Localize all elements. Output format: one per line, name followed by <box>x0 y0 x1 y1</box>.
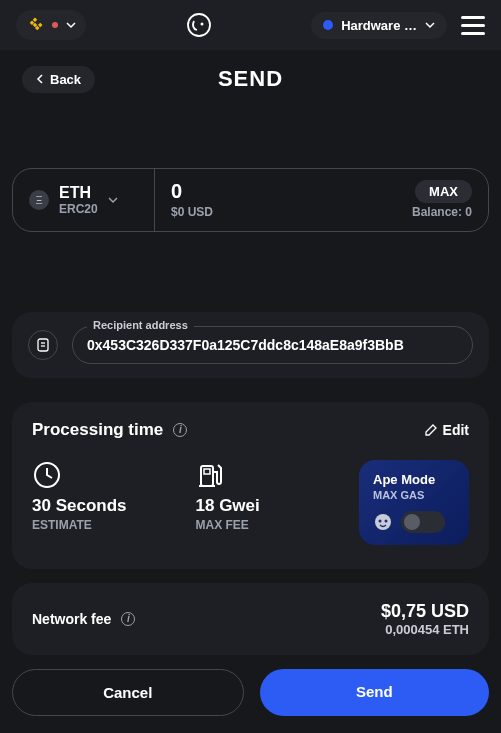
network-selector[interactable] <box>16 10 86 40</box>
app-logo-icon <box>185 11 213 39</box>
processing-card: Processing time i Edit 30 Seconds ESTIMA… <box>12 402 489 569</box>
ape-sub: MAX GAS <box>373 489 455 501</box>
document-icon <box>36 338 50 352</box>
svg-point-10 <box>379 519 382 522</box>
ape-mode-toggle[interactable] <box>401 511 445 533</box>
recipient-field[interactable]: Recipient address 0x453C326D337F0a125C7d… <box>72 326 473 364</box>
svg-point-0 <box>188 14 210 36</box>
gas-pump-icon <box>196 460 226 490</box>
recipient-value: 0x453C326D337F0a125C7ddc8c148aE8a9f3BbB <box>87 337 458 353</box>
edit-button[interactable]: Edit <box>425 422 469 438</box>
time-sub: ESTIMATE <box>32 518 176 532</box>
wallet-label: Hardware … <box>341 18 417 33</box>
amount-input[interactable]: 0 <box>171 180 182 203</box>
svg-point-9 <box>375 514 391 530</box>
info-icon[interactable]: i <box>121 612 135 626</box>
status-dot-icon <box>52 22 58 28</box>
asset-chain: ERC20 <box>59 202 98 216</box>
chevron-down-icon <box>108 195 118 205</box>
network-fee-card: Network fee i $0,75 USD 0,000454 ETH <box>12 583 489 655</box>
max-button[interactable]: MAX <box>415 180 472 203</box>
edit-label: Edit <box>443 422 469 438</box>
svg-rect-2 <box>38 339 48 351</box>
fee-label: Network fee <box>32 611 111 627</box>
gas-value: 18 Gwei <box>196 496 340 516</box>
address-book-button[interactable] <box>28 330 58 360</box>
gas-fee: 18 Gwei MAX FEE <box>196 460 340 532</box>
ape-icon <box>373 512 393 532</box>
recipient-card: Recipient address 0x453C326D337F0a125C7d… <box>12 312 489 378</box>
svg-rect-7 <box>204 469 210 474</box>
ape-title: Ape Mode <box>373 472 455 487</box>
fee-usd: $0,75 USD <box>381 601 469 622</box>
amount-fiat: $0 USD <box>171 205 213 219</box>
chevron-down-icon <box>425 20 435 30</box>
info-icon[interactable]: i <box>173 423 187 437</box>
bnb-icon <box>26 16 44 34</box>
svg-point-11 <box>385 519 388 522</box>
svg-point-1 <box>200 23 203 26</box>
back-button[interactable]: Back <box>22 66 95 93</box>
pencil-icon <box>425 424 437 436</box>
chevron-down-icon <box>66 20 76 30</box>
gas-sub: MAX FEE <box>196 518 340 532</box>
processing-title: Processing time <box>32 420 163 440</box>
menu-button[interactable] <box>461 16 485 35</box>
time-estimate: 30 Seconds ESTIMATE <box>32 460 176 532</box>
eth-icon: Ξ <box>29 190 49 210</box>
wallet-dot-icon <box>323 20 333 30</box>
asset-amount-card: Ξ ETH ERC20 0 MAX $0 USD Balance: 0 <box>12 168 489 232</box>
chevron-left-icon <box>36 74 44 84</box>
fee-eth: 0,000454 ETH <box>381 622 469 637</box>
cancel-button[interactable]: Cancel <box>12 669 244 716</box>
wallet-selector[interactable]: Hardware … <box>311 12 447 39</box>
page-title: SEND <box>218 66 283 92</box>
recipient-label: Recipient address <box>87 319 194 331</box>
balance-label: Balance: 0 <box>412 205 472 219</box>
asset-symbol: ETH <box>59 183 98 202</box>
asset-selector[interactable]: Ξ ETH ERC20 <box>13 169 155 231</box>
send-button[interactable]: Send <box>260 669 490 716</box>
time-value: 30 Seconds <box>32 496 176 516</box>
back-label: Back <box>50 72 81 87</box>
ape-mode-card: Ape Mode MAX GAS <box>359 460 469 545</box>
clock-icon <box>32 460 62 490</box>
